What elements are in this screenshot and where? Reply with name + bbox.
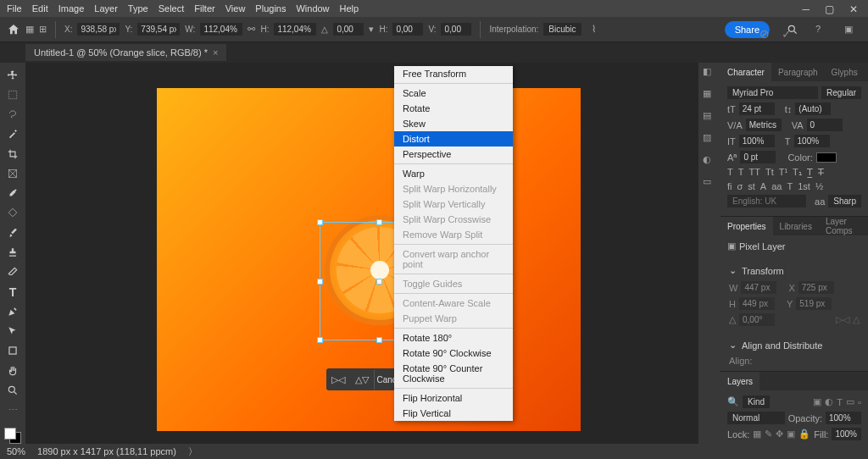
leading-input[interactable]: (Auto): [795, 102, 831, 115]
menu-edit[interactable]: Edit: [32, 3, 48, 14]
chevron-down-icon[interactable]: ⌄: [729, 340, 737, 351]
menu-item-scale[interactable]: Scale: [394, 86, 513, 101]
menu-item-skew[interactable]: Skew: [394, 116, 513, 131]
menu-item-distort[interactable]: Distort: [394, 131, 513, 147]
handle-s[interactable]: [376, 337, 382, 343]
menu-item-free-transform[interactable]: Free Transform: [394, 66, 513, 81]
lock-trans-icon[interactable]: ▦: [753, 429, 761, 440]
frame-tool[interactable]: [3, 164, 23, 182]
titling-btn[interactable]: T: [787, 181, 793, 191]
menu-view[interactable]: View: [225, 3, 246, 14]
flip-v-icon[interactable]: △▽: [350, 374, 374, 385]
handle-center[interactable]: [376, 279, 382, 285]
font-family-select[interactable]: Myriad Pro: [727, 86, 818, 99]
menu-select[interactable]: Select: [159, 3, 185, 14]
underline-btn[interactable]: T̲: [807, 167, 813, 178]
font-style-select[interactable]: Regular: [821, 86, 861, 99]
lasso-tool[interactable]: [3, 106, 23, 124]
minimize-icon[interactable]: ─: [802, 3, 810, 15]
prop-y[interactable]: 519 px: [796, 297, 832, 310]
swatches-panel-icon[interactable]: ▦: [703, 88, 716, 102]
fractions-btn[interactable]: ½: [815, 181, 823, 191]
path-tool[interactable]: [3, 322, 23, 340]
h-input[interactable]: [274, 23, 316, 36]
menu-item-flip-vertical[interactable]: Flip Vertical: [394, 406, 513, 421]
menu-item-rotate-90-counter-clockwise[interactable]: Rotate 90° Counter Clockwise: [394, 361, 513, 386]
crop-tool[interactable]: [3, 145, 23, 163]
prop-w[interactable]: 447 px: [741, 281, 776, 294]
eraser-tool[interactable]: [3, 263, 23, 281]
tab-layercomps[interactable]: Layer Comps: [819, 217, 868, 235]
filter-smart-icon[interactable]: ▫: [858, 397, 861, 407]
handle-w[interactable]: [317, 279, 323, 285]
eyedropper-tool[interactable]: [3, 185, 23, 202]
italic-btn[interactable]: T: [738, 167, 744, 178]
lock-pos-icon[interactable]: ✥: [776, 429, 783, 440]
workspace-icon[interactable]: ▣: [844, 24, 856, 36]
marquee-tool[interactable]: [3, 86, 23, 103]
font-size-input[interactable]: 24 pt: [739, 102, 775, 115]
patterns-panel-icon[interactable]: ▨: [703, 132, 716, 146]
filter-type-icon[interactable]: T: [837, 397, 843, 407]
layer-filter-icon[interactable]: 🔍: [727, 396, 739, 407]
blend-mode-select[interactable]: Normal: [727, 412, 785, 424]
handle-n[interactable]: [376, 219, 382, 225]
transform-icon-2[interactable]: ⊞: [39, 24, 47, 35]
transform-icon[interactable]: ▦: [25, 24, 34, 35]
filter-shape-icon[interactable]: ▭: [846, 396, 854, 407]
commit-transform-icon[interactable]: ✓: [782, 27, 792, 41]
language-select[interactable]: English: UK: [727, 195, 806, 207]
menu-layer[interactable]: Layer: [94, 3, 118, 14]
fill-input[interactable]: 100%: [832, 428, 861, 440]
menu-plugins[interactable]: Plugins: [255, 3, 286, 14]
gradients-panel-icon[interactable]: ▤: [703, 110, 716, 124]
skew-h-input[interactable]: [392, 23, 423, 36]
ordinals-btn[interactable]: 1st: [798, 181, 810, 191]
ligatures-btn[interactable]: fi: [727, 181, 732, 191]
subscript-btn[interactable]: T₁: [793, 167, 802, 178]
cancel-transform-icon[interactable]: ⊘: [760, 27, 770, 41]
allcaps-btn[interactable]: TT: [748, 167, 760, 178]
menu-help[interactable]: Help: [340, 3, 359, 14]
move-tool[interactable]: [3, 66, 23, 84]
antialiasing-select[interactable]: Sharp: [828, 195, 861, 207]
maximize-icon[interactable]: ▢: [825, 3, 834, 15]
link-icon[interactable]: ⚯: [248, 24, 255, 35]
lock-nest-icon[interactable]: ▣: [787, 429, 795, 440]
wand-tool[interactable]: [3, 125, 23, 143]
lock-all-icon[interactable]: 🔒: [798, 429, 810, 440]
tab-close-icon[interactable]: ×: [213, 47, 218, 58]
contextual-btn[interactable]: σ: [737, 181, 743, 191]
color-panel-icon[interactable]: ◧: [703, 66, 716, 80]
menu-item-flip-horizontal[interactable]: Flip Horizontal: [394, 390, 513, 406]
edit-toolbar-icon[interactable]: ⋯: [3, 401, 23, 419]
menu-item-rotate-90-clockwise[interactable]: Rotate 90° Clockwise: [394, 346, 513, 361]
tab-paragraph[interactable]: Paragraph: [771, 63, 825, 81]
warp-icon[interactable]: ⌇: [592, 24, 596, 35]
home-icon[interactable]: [7, 23, 20, 36]
prop-angle[interactable]: 0,00°: [739, 313, 775, 326]
tab-glyphs[interactable]: Glyphs: [825, 63, 865, 81]
tab-character[interactable]: Character: [721, 63, 771, 81]
tab-libraries[interactable]: Libraries: [773, 217, 819, 235]
w-input[interactable]: [200, 23, 242, 36]
filter-adjust-icon[interactable]: ◐: [825, 396, 833, 407]
y-input[interactable]: [137, 23, 180, 36]
color-swatches[interactable]: [4, 428, 21, 444]
bold-btn[interactable]: T: [727, 167, 733, 178]
smallcaps-btn[interactable]: Tt: [765, 167, 774, 178]
x-input[interactable]: [77, 23, 120, 36]
tab-layers[interactable]: Layers: [721, 372, 760, 390]
document-tab[interactable]: Untitled-1 @ 50% (Orange slice, RGB/8) *…: [25, 44, 226, 61]
menu-filter[interactable]: Filter: [194, 3, 214, 14]
tab-properties[interactable]: Properties: [721, 217, 773, 235]
adjustments-panel-icon[interactable]: ◐: [703, 154, 716, 168]
menu-item-warp[interactable]: Warp: [394, 166, 513, 181]
handle-nw[interactable]: [317, 219, 323, 225]
libraries-panel-icon[interactable]: ▭: [703, 176, 716, 190]
menu-item-rotate-180-[interactable]: Rotate 180°: [394, 330, 513, 346]
menu-item-perspective[interactable]: Perspective: [394, 147, 513, 162]
handle-sw[interactable]: [317, 337, 323, 343]
help-icon[interactable]: ?: [815, 24, 827, 36]
interp-select[interactable]: Bicubic: [543, 23, 581, 36]
